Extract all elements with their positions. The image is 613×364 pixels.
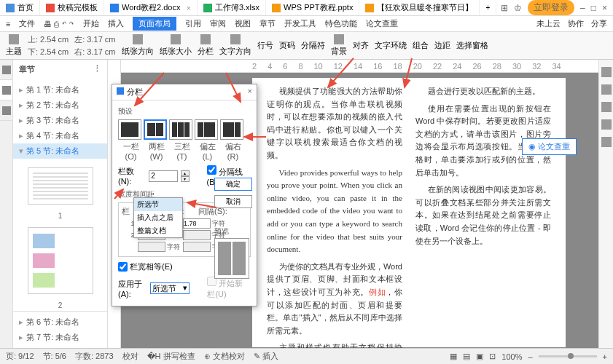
zoom-in[interactable]: +: [603, 352, 607, 361]
tool-icon-1[interactable]: [601, 67, 612, 77]
spinner-up[interactable]: ▴: [181, 170, 189, 176]
titlebar: 首页 校稿完模板 Word教程2.docx× 工作簿3.xlsx WPS PPT…: [0, 0, 613, 16]
orientation-icon[interactable]: [133, 34, 143, 44]
preset-left[interactable]: [195, 119, 218, 140]
login-button[interactable]: 立即登录: [528, 0, 574, 15]
preset-right[interactable]: [220, 119, 243, 140]
chapter-item[interactable]: ▸第 4 节: 未命名: [13, 128, 107, 143]
document-page[interactable]: 视频提供了功能强大的方法帮助你证明你的观点。当你单击联机视频时，可以在想要添加的…: [252, 78, 566, 347]
word-count[interactable]: 字数: 2873: [75, 351, 114, 362]
columns-icon[interactable]: [200, 34, 211, 44]
textdir-icon[interactable]: [230, 34, 241, 44]
view-icon-1[interactable]: ▦: [450, 352, 457, 361]
menu-file[interactable]: 文件: [19, 18, 35, 29]
menu-paper[interactable]: 论文查重: [366, 18, 398, 29]
chapter-item[interactable]: ▸第 3 节: 未命名: [13, 113, 107, 128]
equal-checkbox[interactable]: [118, 262, 128, 272]
view-icon-3[interactable]: ▣: [476, 352, 483, 361]
column-1: 视频提供了功能强大的方法帮助你证明你的观点。当你单击联机视频时，可以在想要添加的…: [267, 85, 402, 340]
page-indicator[interactable]: 页: 9/12: [6, 351, 34, 362]
paper-check-button[interactable]: ◉论文查重: [522, 138, 577, 155]
tool-icon-5[interactable]: [601, 137, 612, 147]
spinner-down[interactable]: ▾: [181, 176, 189, 182]
grid-icon[interactable]: ⊞: [501, 3, 508, 13]
spacing-input-1[interactable]: [183, 218, 211, 229]
zoom-value[interactable]: 100%: [501, 352, 522, 361]
bg-icon[interactable]: [334, 34, 344, 44]
tool-icon-3[interactable]: [601, 102, 612, 112]
nav-tab-1[interactable]: [0, 60, 12, 80]
menu-icons[interactable]: 🖶 ⎙ ↶ ↷: [44, 20, 74, 28]
view-icon-2[interactable]: ▤: [463, 352, 470, 361]
menu-icon[interactable]: ≡: [6, 20, 10, 28]
theme-icon[interactable]: [9, 34, 19, 44]
view-icon-4[interactable]: ⊡: [489, 352, 496, 361]
chevron-down-icon: ▾: [19, 146, 23, 156]
chapter-item[interactable]: ▸第 2 节: 未命名: [13, 98, 107, 113]
tab-other[interactable]: 【狂欢双旦暖冬撞寒节日】: [359, 0, 480, 15]
preset-label: 预设: [118, 106, 251, 116]
menubar: ≡ 文件 🖶 ⎙ ↶ ↷ 开始 插入 页面布局 引用 审阅 视图 章节 开发工具…: [0, 16, 613, 32]
menu-special[interactable]: 特色功能: [325, 18, 357, 29]
preset-three[interactable]: [169, 119, 192, 140]
tab-template[interactable]: 校稿完模板: [40, 0, 104, 15]
menu-layout[interactable]: 页面布局: [133, 17, 176, 31]
minimize-icon[interactable]: –: [580, 3, 585, 13]
chevron-icon: ▸: [19, 333, 23, 342]
ok-button[interactable]: 确定: [214, 178, 252, 191]
sidebar-menu-icon[interactable]: ⋮: [93, 64, 101, 75]
tool-icon-4[interactable]: [601, 119, 612, 130]
tool-icon-2[interactable]: [601, 84, 612, 95]
chapter-item-active[interactable]: ▾第 5 节: 未命名: [13, 143, 107, 159]
close-icon[interactable]: ×: [187, 4, 191, 12]
apply-select[interactable]: 所选节▾: [150, 282, 190, 294]
menu-insert[interactable]: 插入: [108, 18, 124, 29]
tab-excel[interactable]: 工作簿3.xlsx: [198, 0, 266, 15]
chevron-icon: ▸: [19, 85, 23, 95]
maximize-icon[interactable]: □: [591, 3, 596, 13]
spacing-input-2[interactable]: [183, 230, 211, 240]
menu-chapter[interactable]: 章节: [259, 18, 276, 29]
dialog-close-button[interactable]: ×: [248, 87, 252, 98]
ruler-horizontal[interactable]: 246810121416182022242628303234: [121, 60, 598, 73]
chapter-item[interactable]: ▸第 7 节: 未命名: [13, 330, 107, 345]
menu-start[interactable]: 开始: [83, 18, 99, 29]
thumb-page-2[interactable]: [28, 227, 93, 294]
cancel-button[interactable]: 取消: [214, 195, 252, 208]
tab-home[interactable]: 首页: [0, 0, 40, 15]
spell-button[interactable]: �H 拼写检查: [147, 351, 195, 362]
zoom-out[interactable]: –: [528, 352, 532, 361]
dropdown-item[interactable]: 插入点之后: [134, 211, 182, 224]
tab-new[interactable]: +: [480, 1, 496, 14]
proof-button[interactable]: 校对: [122, 351, 138, 362]
dropdown-item[interactable]: 所选节: [134, 198, 182, 211]
menu-ref[interactable]: 引用: [185, 18, 201, 29]
crown-icon[interactable]: ♔: [514, 3, 522, 13]
doc-proof-button[interactable]: ⊕ 文档校对: [204, 351, 245, 362]
preset-one[interactable]: [118, 119, 141, 140]
zoom-slider[interactable]: [539, 355, 597, 357]
menu-view[interactable]: 视图: [235, 18, 251, 29]
thumb-page-1[interactable]: [28, 167, 93, 205]
section-indicator[interactable]: 节: 5/6: [43, 351, 66, 362]
menu-review[interactable]: 审阅: [210, 18, 226, 29]
tab-word[interactable]: Word教程2.docx×: [104, 0, 198, 15]
chapter-item[interactable]: ▸第 6 节: 未命名: [13, 314, 107, 330]
chapter-item[interactable]: ▸第 1 节: 未命名: [13, 82, 107, 98]
menu-dev[interactable]: 开发工具: [284, 18, 316, 29]
line-checkbox[interactable]: [207, 165, 216, 175]
dropdown-item[interactable]: 整篇文档: [134, 224, 182, 237]
preset-two[interactable]: [144, 119, 167, 140]
close-icon[interactable]: ×: [602, 3, 607, 13]
tab-ppt[interactable]: WPS PPT教程.pptx: [266, 0, 359, 15]
share-button[interactable]: 分享: [591, 18, 607, 29]
cols-input[interactable]: [149, 170, 178, 182]
size-icon[interactable]: [171, 34, 181, 44]
nav-tab-3[interactable]: [0, 100, 12, 121]
nav-tab-2[interactable]: [0, 80, 12, 100]
cloud-status[interactable]: 未上云: [536, 18, 561, 29]
chevron-icon: ▸: [19, 131, 23, 141]
dialog-titlebar[interactable]: 分栏 ×: [112, 84, 257, 100]
collab-button[interactable]: 协作: [568, 18, 584, 29]
insert-mode[interactable]: ✎ 插入: [254, 351, 278, 362]
